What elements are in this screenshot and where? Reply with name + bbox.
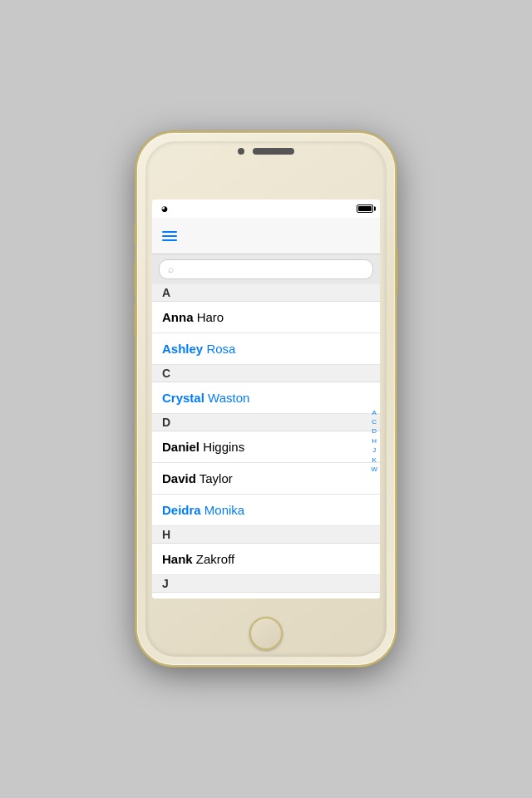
contact-row[interactable]: David Taylor xyxy=(152,463,380,495)
contact-name: Anna Haro xyxy=(162,310,224,324)
status-right xyxy=(357,204,373,213)
contact-last-name: Higgins xyxy=(203,440,244,454)
carrier-info: ◕ xyxy=(159,204,168,213)
status-bar: ◕ xyxy=(152,200,380,218)
contact-row[interactable]: Hank Zakroff xyxy=(152,544,380,575)
contact-last-name: Haro xyxy=(197,310,224,324)
index-letter-c[interactable]: C xyxy=(371,418,377,426)
index-letter-j[interactable]: J xyxy=(371,446,377,455)
contact-row[interactable]: John Appleseed xyxy=(152,593,380,598)
contacts-list: ACDHJKW AAnna HaroAshley RosaCCrystal Wa… xyxy=(152,284,380,598)
section-header-c: C xyxy=(152,365,380,382)
volume-up-button[interactable] xyxy=(134,262,137,295)
contact-first-name: Crystal xyxy=(162,391,204,405)
search-input-wrap[interactable]: ⌕ xyxy=(159,259,373,279)
screen: ◕ ⌕ xyxy=(152,200,380,598)
contact-row[interactable]: Daniel Higgins xyxy=(152,431,380,463)
search-bar: ⌕ xyxy=(152,254,380,284)
contact-last-name: Waston xyxy=(208,391,249,405)
contact-last-name: Taylor xyxy=(200,471,233,485)
contact-first-name: Anna xyxy=(162,310,194,324)
contact-first-name: Ashley xyxy=(162,342,203,356)
menu-button[interactable] xyxy=(162,231,177,241)
contact-name: David Taylor xyxy=(162,471,233,485)
contact-last-name: Monika xyxy=(204,503,244,517)
contact-name: Crystal Waston xyxy=(162,391,249,405)
contact-row[interactable]: Anna Haro xyxy=(152,302,380,333)
earpiece-speaker xyxy=(253,148,294,155)
front-camera xyxy=(238,148,244,155)
index-letter-a[interactable]: A xyxy=(371,409,377,417)
contact-row[interactable]: Deidra Monika xyxy=(152,495,380,526)
contact-last-name: Rosa xyxy=(206,342,235,356)
section-header-h: H xyxy=(152,526,380,544)
index-letter-w[interactable]: W xyxy=(371,466,377,474)
contact-last-name: Zakroff xyxy=(196,552,234,566)
home-button[interactable] xyxy=(249,617,283,650)
contact-first-name: Deidra xyxy=(162,503,201,517)
battery-icon xyxy=(357,204,373,213)
section-header-d: D xyxy=(152,414,380,431)
contact-first-name: Hank xyxy=(162,552,193,566)
contact-name: Ashley Rosa xyxy=(162,342,235,356)
section-header-j: J xyxy=(152,575,380,593)
index-letter-h[interactable]: H xyxy=(371,437,377,446)
phone-device: ◕ ⌕ xyxy=(137,133,395,665)
contact-name: Hank Zakroff xyxy=(162,552,234,566)
top-notch xyxy=(238,148,294,155)
power-button[interactable] xyxy=(395,249,398,295)
index-sidebar[interactable]: ACDHJKW xyxy=(371,284,377,598)
volume-down-button[interactable] xyxy=(134,303,137,337)
index-letter-d[interactable]: D xyxy=(371,427,377,436)
contact-first-name: David xyxy=(162,471,196,485)
navigation-bar xyxy=(152,218,380,254)
contact-row[interactable]: Crystal Waston xyxy=(152,382,380,414)
contact-first-name: Daniel xyxy=(162,440,200,454)
section-header-a: A xyxy=(152,284,380,302)
contact-name: Daniel Higgins xyxy=(162,440,244,454)
index-letter-k[interactable]: K xyxy=(371,456,377,465)
search-icon: ⌕ xyxy=(168,264,174,275)
wifi-icon: ◕ xyxy=(161,204,168,213)
mute-button[interactable] xyxy=(134,224,137,245)
battery-fill xyxy=(358,206,372,211)
contact-name: Deidra Monika xyxy=(162,503,244,517)
contact-row[interactable]: Ashley Rosa xyxy=(152,333,380,365)
